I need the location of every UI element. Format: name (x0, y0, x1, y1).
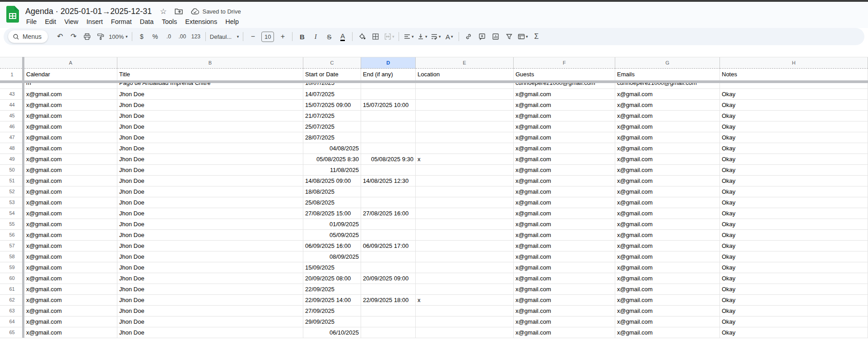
cell[interactable]: x@gmail.com (615, 208, 720, 219)
cell[interactable]: x@gmail.com (24, 89, 117, 100)
cell[interactable] (361, 262, 416, 273)
cell[interactable] (361, 121, 416, 132)
cell[interactable]: x@gmail.com (615, 165, 720, 176)
cell[interactable] (361, 111, 416, 121)
fill-color-button[interactable] (357, 31, 367, 42)
cell[interactable]: x@gmail.com (24, 100, 117, 111)
select-all-corner[interactable] (0, 57, 24, 69)
insert-comment-button[interactable] (477, 31, 487, 42)
cell[interactable] (416, 327, 514, 338)
cell[interactable]: Okay (720, 327, 868, 338)
menu-format[interactable]: Format (107, 17, 136, 26)
cell[interactable]: x@gmail.com (24, 327, 117, 338)
cell[interactable]: x@gmail.com (615, 121, 720, 132)
cell[interactable]: Jhon Doe (117, 327, 303, 338)
cell[interactable] (416, 284, 514, 295)
cell[interactable]: 20/09/2025 09:00 (361, 273, 416, 284)
cell[interactable]: Okay (720, 316, 868, 327)
cell[interactable]: x@gmail.com (24, 208, 117, 219)
cell[interactable]: x@gmail.com (615, 327, 720, 338)
cell[interactable]: x@gmail.com (514, 251, 615, 262)
cell[interactable]: Okay (720, 262, 868, 273)
cell[interactable]: Jhon Doe (117, 273, 303, 284)
cell[interactable]: x@gmail.com (24, 121, 117, 132)
cell[interactable]: 06/10/2025 (303, 327, 361, 338)
cell[interactable] (416, 132, 514, 143)
cell[interactable]: Okay (720, 111, 868, 121)
cell[interactable]: 06/09/2025 17:00 (361, 241, 416, 251)
menu-tools[interactable]: Tools (158, 17, 181, 26)
menu-help[interactable]: Help (221, 17, 243, 26)
cell[interactable]: 14/08/2025 12:30 (361, 176, 416, 186)
cell[interactable]: Okay (720, 306, 868, 316)
cell[interactable] (361, 197, 416, 208)
cell[interactable] (416, 176, 514, 186)
cell[interactable]: x@gmail.com (615, 251, 720, 262)
row-number[interactable]: 63 (0, 306, 24, 316)
cell[interactable]: Okay (720, 241, 868, 251)
menu-data[interactable]: Data (136, 17, 158, 26)
cell[interactable]: 05/09/2025 (303, 230, 361, 241)
cell[interactable]: Okay (720, 176, 868, 186)
cell[interactable]: Jhon Doe (117, 154, 303, 165)
menu-view[interactable]: View (60, 17, 82, 26)
cell[interactable]: x@gmail.com (514, 121, 615, 132)
cell[interactable]: x@gmail.com (514, 132, 615, 143)
cell[interactable]: Jhon Doe (117, 111, 303, 121)
cell[interactable]: x@gmail.com (24, 197, 117, 208)
row-number[interactable]: 51 (0, 176, 24, 186)
cell[interactable] (416, 143, 514, 154)
vertical-align-button[interactable]: ▾ (417, 31, 427, 42)
cell[interactable] (361, 143, 416, 154)
row-number[interactable]: 52 (0, 186, 24, 197)
cell[interactable]: 15/09/2025 (303, 262, 361, 273)
row-number[interactable]: 59 (0, 262, 24, 273)
cell[interactable]: 28/07/2025 (303, 132, 361, 143)
cell[interactable]: x@gmail.com (24, 176, 117, 186)
filter-views-button[interactable]: ▾ (517, 31, 528, 42)
cell[interactable]: Jhon Doe (117, 295, 303, 306)
cell[interactable]: Okay (720, 219, 868, 230)
cell[interactable]: 15/07/2025 10:00 (361, 100, 416, 111)
cell[interactable] (416, 208, 514, 219)
row-number[interactable]: 60 (0, 273, 24, 284)
cell[interactable]: 22/09/2025 14:00 (303, 295, 361, 306)
cell[interactable]: 05/08/2025 9:30 (361, 154, 416, 165)
cell[interactable]: Jhon Doe (117, 208, 303, 219)
cell[interactable] (416, 306, 514, 316)
cell[interactable]: x@gmail.com (514, 284, 615, 295)
cell[interactable]: Okay (720, 295, 868, 306)
menu-extensions[interactable]: Extensions (181, 17, 221, 26)
cell[interactable]: Okay (720, 230, 868, 241)
cell[interactable]: x@gmail.com (615, 262, 720, 273)
cell[interactable]: x@gmail.com (514, 327, 615, 338)
column-header-B[interactable]: B (117, 57, 303, 69)
header-cell-G[interactable]: Emails (615, 69, 720, 81)
cell[interactable]: x@gmail.com (24, 284, 117, 295)
cell[interactable]: x@gmail.com (615, 143, 720, 154)
cell[interactable] (361, 219, 416, 230)
cell[interactable]: x@gmail.com (514, 176, 615, 186)
cell[interactable]: x@gmail.com (514, 143, 615, 154)
header-cell-F[interactable]: Guests (514, 69, 615, 81)
cell[interactable]: Jhon Doe (117, 316, 303, 327)
insert-chart-button[interactable] (490, 31, 501, 42)
cell[interactable]: x@gmail.com (514, 111, 615, 121)
format-currency-button[interactable]: $ (136, 31, 147, 42)
move-to-folder-icon[interactable] (175, 8, 183, 15)
italic-button[interactable]: I (310, 31, 321, 42)
column-header-G[interactable]: G (615, 57, 720, 69)
cell[interactable]: 29/09/2025 (303, 316, 361, 327)
cell[interactable]: x@gmail.com (514, 186, 615, 197)
horizontal-align-button[interactable]: ▾ (403, 31, 414, 42)
text-wrap-button[interactable]: ▾ (430, 31, 441, 42)
cell[interactable]: x@gmail.com (514, 154, 615, 165)
cell[interactable]: x@gmail.com (615, 295, 720, 306)
cell[interactable]: Okay (720, 121, 868, 132)
cell[interactable]: 18/08/2025 (303, 186, 361, 197)
cell[interactable]: Okay (720, 165, 868, 176)
print-button[interactable] (82, 31, 93, 42)
cell[interactable]: 25/08/2025 (303, 197, 361, 208)
cell[interactable]: Jhon Doe (117, 89, 303, 100)
cell[interactable] (361, 251, 416, 262)
